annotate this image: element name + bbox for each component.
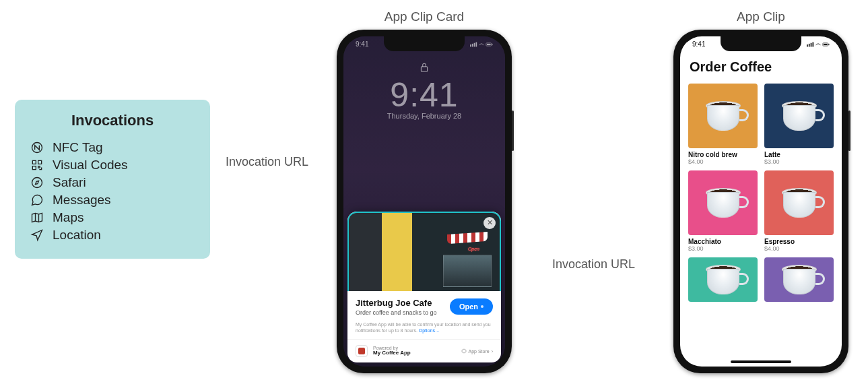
svg-rect-11 bbox=[492, 44, 492, 45]
product-tile[interactable]: Latte $3.00 bbox=[764, 84, 834, 165]
header-app-clip: App Clip bbox=[673, 9, 848, 24]
svg-rect-8 bbox=[476, 42, 477, 47]
phone-app-clip: 9:41 Order Coffee Nitro cold brew $4.00 bbox=[673, 30, 848, 373]
invocation-label: NFC Tag bbox=[53, 140, 103, 155]
invocations-box: Invocations NFC Tag Visual Codes Safari … bbox=[15, 100, 210, 259]
invocation-label: Location bbox=[53, 228, 101, 243]
options-link[interactable]: Options… bbox=[419, 328, 440, 333]
product-name: Macchiato bbox=[688, 238, 758, 245]
app-name: My Coffee App bbox=[373, 350, 411, 356]
location-icon bbox=[30, 228, 44, 243]
svg-rect-19 bbox=[828, 44, 829, 45]
arrow-label-1: Invocation URL bbox=[226, 155, 308, 169]
product-name: Nitro cold brew bbox=[688, 151, 758, 158]
product-price: $4.00 bbox=[688, 158, 758, 165]
invocations-list: NFC Tag Visual Codes Safari Messages Map… bbox=[30, 139, 195, 244]
svg-rect-14 bbox=[809, 44, 810, 47]
product-image bbox=[764, 170, 834, 235]
svg-rect-18 bbox=[824, 44, 828, 45]
lock-time-text: 9:41 bbox=[343, 75, 505, 115]
product-name: Espresso bbox=[764, 238, 834, 245]
product-tile[interactable] bbox=[688, 257, 758, 302]
product-image bbox=[764, 84, 834, 148]
product-name: Latte bbox=[764, 151, 834, 158]
lock-icon bbox=[420, 62, 429, 75]
open-button[interactable]: Open bbox=[450, 298, 493, 315]
clip-title: Jitterbug Joe Cafe bbox=[356, 298, 436, 308]
app-clip-card: ✕ Open Jitterbug Joe Cafe Order coffee a… bbox=[347, 212, 501, 362]
nfc-icon bbox=[30, 140, 44, 155]
phone-notch bbox=[721, 36, 801, 51]
svg-rect-12 bbox=[421, 67, 427, 71]
invocation-visual-codes: Visual Codes bbox=[30, 156, 195, 174]
invocation-messages: Messages bbox=[30, 191, 195, 209]
product-price: $3.00 bbox=[688, 245, 758, 252]
lock-date-text: Thursday, February 28 bbox=[343, 112, 505, 120]
clip-hero-image: ✕ Open bbox=[347, 212, 501, 291]
invocation-label: Maps bbox=[53, 210, 84, 225]
status-time: 9:41 bbox=[356, 40, 368, 48]
product-tile[interactable]: Espresso $4.00 bbox=[764, 170, 834, 252]
compass-icon bbox=[30, 175, 44, 190]
invocation-label: Visual Codes bbox=[53, 158, 128, 172]
invocations-title: Invocations bbox=[30, 112, 195, 129]
svg-rect-5 bbox=[470, 44, 471, 46]
arrow-label-2: Invocation URL bbox=[552, 257, 635, 272]
app-title: Order Coffee bbox=[690, 59, 772, 75]
clip-footer: Powered by My Coffee App App Store › bbox=[347, 339, 501, 362]
product-price: $3.00 bbox=[764, 158, 834, 165]
clip-subtitle: Order coffee and snacks to go bbox=[356, 309, 436, 316]
svg-rect-16 bbox=[813, 42, 814, 47]
close-button[interactable]: ✕ bbox=[483, 217, 496, 229]
invocation-nfc: NFC Tag bbox=[30, 139, 195, 156]
phone-screen: 9:41 9:41 Thursday, February 28 bbox=[343, 36, 505, 367]
invocation-label: Safari bbox=[53, 175, 86, 190]
invocation-safari: Safari bbox=[30, 174, 195, 191]
svg-point-1 bbox=[32, 178, 42, 188]
open-sign: Open bbox=[468, 247, 479, 251]
phone-notch bbox=[384, 36, 465, 51]
lock-screen-time: 9:41 Thursday, February 28 bbox=[343, 75, 505, 120]
status-time: 9:41 bbox=[692, 40, 705, 48]
svg-rect-6 bbox=[472, 44, 473, 47]
header-app-clip-card: App Clip Card bbox=[337, 9, 512, 24]
product-image bbox=[688, 257, 758, 302]
map-icon bbox=[30, 210, 44, 225]
product-tile[interactable]: Macchiato $3.00 bbox=[688, 170, 758, 252]
app-icon bbox=[356, 345, 368, 357]
product-grid: Nitro cold brew $4.00 Latte $3.00 Macchi… bbox=[688, 84, 834, 358]
message-icon bbox=[30, 193, 44, 208]
svg-rect-13 bbox=[807, 44, 808, 46]
open-button-label: Open bbox=[459, 303, 478, 311]
invocation-label: Messages bbox=[53, 193, 111, 208]
qr-icon bbox=[30, 158, 44, 172]
invocation-maps: Maps bbox=[30, 209, 195, 226]
status-icons bbox=[807, 40, 830, 48]
clip-fine-print: My Coffee App will be able to confirm yo… bbox=[356, 321, 493, 334]
home-indicator[interactable] bbox=[731, 360, 791, 363]
product-image bbox=[764, 257, 834, 302]
svg-rect-7 bbox=[474, 43, 475, 47]
product-image bbox=[688, 170, 758, 235]
invocation-location: Location bbox=[30, 226, 195, 244]
phone-app-clip-card: 9:41 9:41 Thursday, February 28 bbox=[337, 30, 512, 373]
app-store-link[interactable]: App Store › bbox=[461, 348, 493, 354]
product-tile[interactable]: Nitro cold brew $4.00 bbox=[688, 84, 758, 165]
status-icons bbox=[470, 40, 493, 48]
open-dot-icon bbox=[481, 305, 483, 308]
product-tile[interactable] bbox=[764, 257, 834, 302]
phone-screen: 9:41 Order Coffee Nitro cold brew $4.00 bbox=[680, 36, 842, 367]
svg-rect-15 bbox=[811, 43, 812, 47]
product-image bbox=[688, 84, 758, 148]
svg-rect-10 bbox=[487, 44, 491, 45]
product-price: $4.00 bbox=[764, 245, 834, 252]
